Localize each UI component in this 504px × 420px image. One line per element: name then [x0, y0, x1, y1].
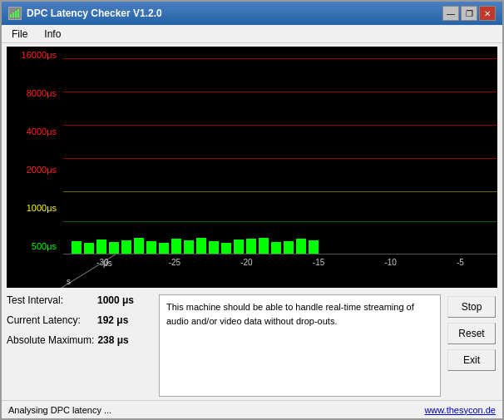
bar-6 — [134, 238, 144, 254]
stat-row-absolute-max: Absolute Maximum: 238 μs — [7, 334, 152, 346]
bar-5 — [121, 240, 131, 254]
status-bar: Analysing DPC latency ... www.thesycon.d… — [2, 400, 502, 418]
bar-10 — [184, 240, 194, 254]
absolute-maximum-value: 238 μs — [97, 334, 128, 346]
title-bar-left: DPC Latency Checker V1.2.0 — [8, 7, 162, 20]
grid-line-4 — [63, 158, 497, 159]
reset-button[interactable]: Reset — [447, 323, 496, 344]
website-link[interactable]: www.thesycon.de — [424, 405, 496, 415]
svg-text:μs: μs — [103, 259, 112, 268]
menu-info[interactable]: Info — [37, 27, 67, 42]
stats-panel: Test Interval: 1000 μs Current Latency: … — [7, 294, 152, 397]
bar-8 — [159, 243, 169, 254]
current-latency-label: Current Latency: — [7, 314, 94, 326]
test-interval-label: Test Interval: — [7, 294, 94, 306]
bar-9 — [171, 239, 181, 254]
y-label-1000: 1000μs — [10, 203, 60, 213]
bar-16 — [259, 238, 269, 254]
title-bar: DPC Latency Checker V1.2.0 — ❐ ✕ — [2, 2, 502, 25]
window-title: DPC Latency Checker V1.2.0 — [27, 7, 162, 19]
title-controls: — ❐ ✕ — [442, 6, 496, 21]
x-label-25: -25 — [169, 258, 180, 267]
x-label-10: -10 — [384, 258, 396, 267]
y-label-500: 500μs — [10, 241, 60, 251]
x-label-15: -15 — [313, 258, 324, 267]
x-labels: -30 -25 -20 -15 -10 -5 — [63, 258, 497, 267]
restore-button[interactable]: ❐ — [461, 6, 477, 21]
y-label-4000: 4000μs — [10, 126, 60, 136]
x-label-5: -5 — [457, 258, 464, 267]
y-label-16000: 16000μs — [10, 50, 60, 60]
menu-bar: File Info — [2, 25, 502, 43]
stat-row-current-latency: Current Latency: 192 μs — [7, 314, 152, 326]
app-icon — [8, 7, 22, 20]
bar-19 — [296, 239, 306, 254]
grid-line-6 — [63, 221, 497, 222]
bar-20 — [309, 240, 319, 254]
buttons-panel: Stop Reset Exit — [447, 294, 497, 397]
bar-7 — [146, 241, 156, 254]
stat-row-test-interval: Test Interval: 1000 μs — [7, 294, 152, 306]
grid-line-5 — [63, 191, 497, 192]
absolute-maximum-label: Absolute Maximum: — [7, 334, 94, 346]
bars-container — [63, 230, 497, 254]
bar-14 — [234, 240, 244, 254]
minimize-button[interactable]: — — [442, 6, 459, 21]
exit-button[interactable]: Exit — [447, 349, 496, 371]
y-label-8000: 8000μs — [10, 88, 60, 98]
bar-15 — [246, 239, 256, 254]
grid-line-1 — [63, 58, 497, 59]
y-label-2000: 2000μs — [10, 165, 60, 175]
svg-rect-3 — [17, 9, 19, 17]
svg-rect-0 — [10, 14, 12, 17]
status-text: Analysing DPC latency ... — [8, 405, 111, 415]
corner-diagonal: μs s — [62, 253, 121, 288]
stop-button[interactable]: Stop — [447, 296, 496, 318]
svg-rect-2 — [15, 11, 17, 17]
bottom-section: Test Interval: 1000 μs Current Latency: … — [2, 289, 502, 400]
menu-file[interactable]: File — [5, 27, 34, 42]
main-window: DPC Latency Checker V1.2.0 — ❐ ✕ File In… — [0, 0, 504, 420]
current-latency-value: 192 μs — [97, 314, 128, 326]
x-label-20: -20 — [240, 258, 252, 267]
bar-13 — [221, 243, 231, 254]
x-axis-area: μs s -30 -25 -20 -15 -10 -5 — [63, 254, 497, 288]
svg-text:s: s — [67, 277, 71, 286]
svg-rect-1 — [12, 12, 14, 17]
grid-line-3 — [63, 125, 497, 126]
grid-line-2 — [63, 91, 497, 92]
y-axis: 16000μs 8000μs 4000μs 2000μs 1000μs 500μ… — [7, 47, 63, 254]
bar-11 — [196, 238, 206, 254]
chart-area: 16000μs 8000μs 4000μs 2000μs 1000μs 500μ… — [7, 47, 497, 288]
bar-12 — [209, 241, 219, 254]
bar-17 — [271, 242, 281, 254]
test-interval-value: 1000 μs — [97, 294, 134, 306]
bar-18 — [284, 241, 294, 254]
close-button[interactable]: ✕ — [479, 6, 496, 21]
message-box: This machine should be able to handle re… — [159, 294, 441, 397]
chart-bottom-line — [63, 254, 497, 254]
